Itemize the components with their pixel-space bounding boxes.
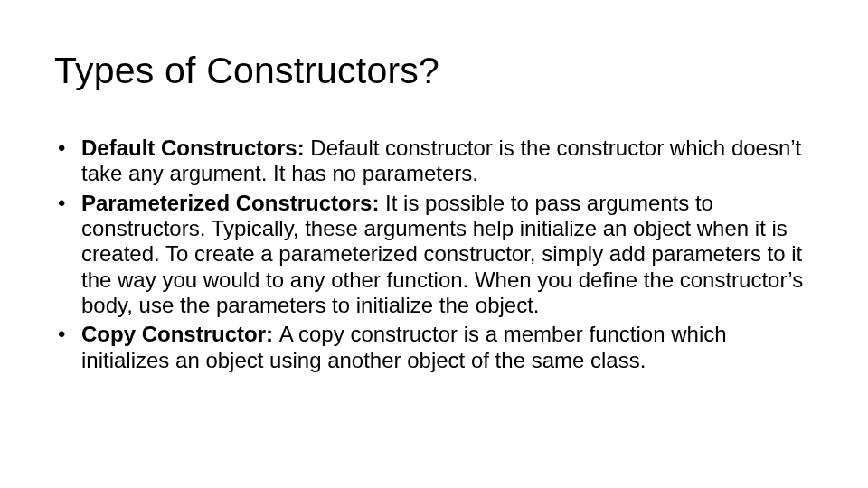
list-item: • Default Constructors: Default construc… <box>54 136 814 187</box>
list-item: • Parameterized Constructors: It is poss… <box>54 191 814 319</box>
bullet-text: Copy Constructor: A copy constructor is … <box>81 322 814 373</box>
bullet-marker: • <box>54 191 81 319</box>
bullet-text: Parameterized Constructors: It is possib… <box>81 191 814 319</box>
bullet-bold: Parameterized Constructors: <box>81 191 385 215</box>
slide-title: Types of Constructors? <box>54 50 814 92</box>
bullet-bold: Copy Constructor: <box>81 322 279 346</box>
bullet-marker: • <box>54 136 81 187</box>
bullet-text: Default Constructors: Default constructo… <box>81 136 814 187</box>
bullet-bold: Default Constructors: <box>81 136 310 160</box>
list-item: • Copy Constructor: A copy constructor i… <box>54 322 814 373</box>
slide-body: • Default Constructors: Default construc… <box>54 136 814 373</box>
slide: Types of Constructors? • Default Constru… <box>0 0 868 488</box>
bullet-marker: • <box>54 322 81 373</box>
